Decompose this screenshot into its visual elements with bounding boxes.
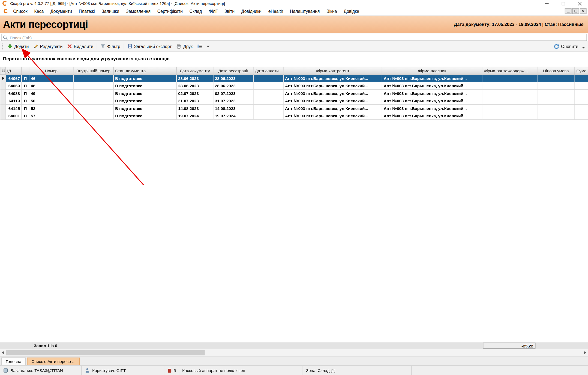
cell-passive-flag[interactable]: П <box>22 112 29 120</box>
cell-passive-flag[interactable]: П <box>22 75 29 82</box>
table-row[interactable]: 64119 П 50 В подготовке 31.07.2023 31.07… <box>0 97 588 105</box>
cell-reg-date[interactable]: 28.06.2023 <box>213 75 253 82</box>
table-row[interactable]: 64601 П 57 В подготовке 19.07.2024 19.07… <box>0 112 588 120</box>
menu-item-filii[interactable]: Філії <box>205 7 221 15</box>
table-row[interactable]: 64067 П 46 В подготовке 28.06.2023 28.06… <box>0 75 588 82</box>
menu-item-nalashtuvannia[interactable]: Налаштування <box>287 7 323 15</box>
cell-inner-number[interactable] <box>73 90 113 97</box>
header-receiver[interactable]: Фірма-вантажоодерж... <box>482 67 537 75</box>
search-input[interactable] <box>2 35 587 41</box>
filter-button[interactable]: Фільтр <box>98 43 122 50</box>
header-owner[interactable]: Фірма-власник <box>382 67 482 75</box>
cell-doc-date[interactable]: 14.08.2023 <box>176 105 213 112</box>
header-doc-date[interactable]: Дата документу <box>176 67 213 75</box>
cell-contragent[interactable]: Апт №003 пгт.Барышевка, ул.Киевский... <box>283 82 382 90</box>
cell-pay-date[interactable] <box>253 75 283 82</box>
close-button[interactable] <box>572 0 588 7</box>
header-id[interactable]: ІД <box>5 67 22 75</box>
cell-inner-number[interactable] <box>73 112 113 120</box>
add-button[interactable]: Додати <box>5 43 31 50</box>
scroll-right-arrow-icon[interactable] <box>584 351 586 354</box>
cell-state[interactable]: В подготовке <box>113 75 176 82</box>
cell-number[interactable]: 52 <box>29 105 73 112</box>
cell-price-condition[interactable] <box>537 82 575 90</box>
cell-sum[interactable] <box>575 105 588 112</box>
cell-id[interactable]: 64145 <box>5 105 22 112</box>
toolbar-dropdown-button[interactable] <box>204 44 212 48</box>
cell-pay-date[interactable] <box>253 105 283 112</box>
cell-contragent[interactable]: Апт №003 пгт.Барышевка, ул.Киевский... <box>283 105 382 112</box>
cell-contragent[interactable]: Апт №003 пгт.Барышевка, ул.Киевский... <box>283 112 382 120</box>
cell-inner-number[interactable] <box>73 105 113 112</box>
tab-list-acts[interactable]: Список: Акти пересо ... <box>27 358 80 365</box>
cell-id[interactable]: 64088 <box>5 90 22 97</box>
cell-sum[interactable] <box>575 75 588 82</box>
menu-item-spysok[interactable]: Список <box>10 7 31 15</box>
table-row[interactable]: 64145 П 52 В подготовке 14.08.2023 14.08… <box>0 105 588 112</box>
cell-reg-date[interactable]: 02.07.2023 <box>213 90 253 97</box>
cell-id[interactable]: 64067 <box>5 75 22 82</box>
cell-number[interactable]: 57 <box>29 112 73 120</box>
cell-receiver[interactable] <box>482 90 537 97</box>
header-contragent[interactable]: Фірма-контрагент <box>283 67 382 75</box>
print-button[interactable]: Друк <box>174 43 195 50</box>
cell-state[interactable]: В подготовке <box>113 90 176 97</box>
cell-price-condition[interactable] <box>537 90 575 97</box>
scroll-left-arrow-icon[interactable] <box>2 351 4 354</box>
menu-item-dovidka[interactable]: Довідка <box>340 7 363 15</box>
cell-state[interactable]: В подготовке <box>113 112 176 120</box>
menu-item-dokumenty[interactable]: Документи <box>47 7 76 15</box>
menu-item-ehealth[interactable]: eHealth <box>265 7 286 15</box>
cell-contragent[interactable]: Апт №003 пгт.Барышевка, ул.Киевский... <box>283 97 382 105</box>
header-reg-date[interactable]: Дата реєстрації <box>213 67 253 75</box>
cell-owner[interactable]: Апт №003 пгт.Барышевка, ул.Киевский... <box>382 82 482 90</box>
delete-button[interactable]: Видалити <box>65 43 96 50</box>
cell-doc-date[interactable]: 02.07.2023 <box>176 90 213 97</box>
cell-owner[interactable]: Апт №003 пгт.Барышевка, ул.Киевский... <box>382 75 482 82</box>
cell-doc-date[interactable]: 28.06.2023 <box>176 75 213 82</box>
cell-doc-date[interactable]: 19.07.2024 <box>176 112 213 120</box>
group-by-panel[interactable]: Перетягніть заголовок колонки сюди для у… <box>0 52 588 67</box>
scrollbar-thumb[interactable] <box>6 350 205 355</box>
cell-owner[interactable]: Апт №003 пгт.Барышевка, ул.Киевский... <box>382 105 482 112</box>
cell-sum[interactable] <box>575 112 588 120</box>
cell-reg-date[interactable]: 14.08.2023 <box>213 105 253 112</box>
cell-pay-date[interactable] <box>253 97 283 105</box>
cell-reg-date[interactable]: 31.07.2023 <box>213 97 253 105</box>
cell-receiver[interactable] <box>482 105 537 112</box>
cell-contragent[interactable]: Апт №003 пгт.Барышевка, ул.Киевский... <box>283 75 382 82</box>
cell-owner[interactable]: Апт №003 пгт.Барышевка, ул.Киевский... <box>382 112 482 120</box>
mdi-restore-button[interactable] <box>572 8 579 14</box>
minimize-button[interactable] <box>539 0 555 7</box>
cell-reg-date[interactable]: 28.06.2023 <box>213 82 253 90</box>
cell-passive-flag[interactable]: П <box>22 97 29 105</box>
refresh-button[interactable]: Оновити <box>552 43 581 50</box>
header-state[interactable]: Стан документа <box>113 67 176 75</box>
view-options-button[interactable] <box>195 43 204 50</box>
maximize-button[interactable] <box>555 0 572 7</box>
header-inner-number[interactable]: Внутрішній номер <box>73 67 113 75</box>
menu-item-zamovlennia[interactable]: Замовлення <box>123 7 154 15</box>
menu-item-zalyshky[interactable]: Залишки <box>98 7 123 15</box>
menu-item-sertyfikaty[interactable]: Сертифікати <box>154 7 186 15</box>
cell-inner-number[interactable] <box>73 75 113 82</box>
menu-item-sklad[interactable]: Склад <box>186 7 205 15</box>
menu-item-vikna[interactable]: Вікна <box>323 7 340 15</box>
mdi-close-button[interactable] <box>580 8 587 14</box>
header-passive-flag[interactable] <box>22 67 29 75</box>
cell-number[interactable]: 50 <box>29 97 73 105</box>
cell-receiver[interactable] <box>482 75 537 82</box>
menu-item-dovidnyky[interactable]: Довідники <box>238 7 265 15</box>
cell-id[interactable]: 64069 <box>5 82 22 90</box>
edit-button[interactable]: Редагувати <box>31 43 65 50</box>
table-row[interactable]: 64088 П 49 В подготовке 02.07.2023 02.07… <box>0 90 588 97</box>
cell-state[interactable]: В подготовке <box>113 105 176 112</box>
cell-inner-number[interactable] <box>73 82 113 90</box>
header-sum[interactable]: Сума <box>575 67 588 75</box>
cell-price-condition[interactable] <box>537 105 575 112</box>
cell-number[interactable]: 46 <box>29 75 73 82</box>
cell-passive-flag[interactable]: П <box>22 82 29 90</box>
cell-price-condition[interactable] <box>537 97 575 105</box>
cell-receiver[interactable] <box>482 82 537 90</box>
header-price-condition[interactable]: Цінова умова <box>537 67 575 75</box>
